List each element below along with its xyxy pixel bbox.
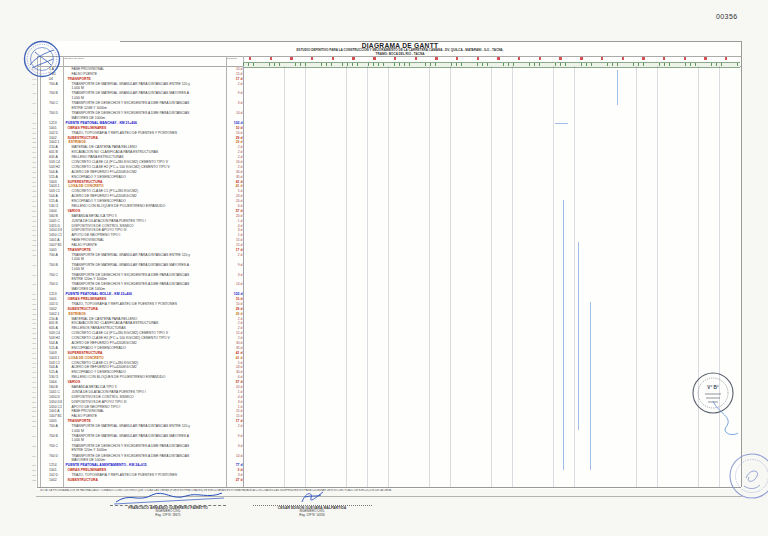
row-number: 146 — [27, 101, 37, 111]
gantt-bar-cell — [244, 111, 740, 121]
task-id-cell: 700 B — [37, 263, 64, 273]
task-duration-cell: 2 d — [227, 253, 244, 263]
gantt-bar-cell — [244, 424, 740, 434]
task-duration-cell: 14 d — [227, 111, 244, 121]
task-id-cell: 700 A — [37, 253, 64, 263]
company-seal-stamp — [21, 38, 63, 80]
task-id-cell: 700 B — [37, 91, 64, 101]
gantt-bar-cell — [244, 253, 740, 263]
row-number: 177 — [27, 273, 37, 283]
task-row: 147700 DTRANSPORTE DE DESECHOS Y EXCEDEN… — [27, 111, 740, 121]
gantt-bar-cell — [244, 444, 740, 454]
row-number: 178 — [27, 282, 37, 292]
task-name-cell: TRANSPORTE DE MATERIAL GRANULAR PARA DIS… — [64, 263, 227, 273]
handwritten-signature-right — [296, 489, 328, 505]
task-id-cell: 700 C — [37, 444, 64, 454]
gantt-bar-cell — [244, 478, 740, 483]
task-id-cell: 700 C — [37, 273, 64, 283]
row-number: 176 — [27, 263, 37, 273]
row-number: 207 — [27, 434, 37, 444]
engineer-registration: Reg. CIP N° 28671 — [102, 514, 234, 518]
signature-block-left: FRANCISCO ARMANDO GUERRERO PAIRETTO INGE… — [102, 506, 234, 518]
task-row: 177700 CTRANSPORTE DE DESECHOS Y EXCEDEN… — [27, 273, 740, 283]
task-duration-cell: 2 d — [227, 82, 244, 92]
task-row: 144700 ATRANSPORTE DE MATERIAL GRANULAR … — [27, 82, 740, 92]
gantt-bar-cell — [244, 273, 740, 283]
task-name-cell: TRANSPORTE DE MATERIAL GRANULAR PARA DIS… — [64, 424, 227, 434]
task-name-cell: TRANSPORTE DE DESECHOS Y EXCEDENTES A DM… — [64, 444, 227, 454]
task-duration-cell: 3 d — [227, 273, 244, 283]
task-duration-cell: 2 d — [227, 424, 244, 434]
gantt-bar-cell — [244, 101, 740, 111]
task-duration-cell: 14 d — [227, 454, 244, 464]
task-duration-cell: 27 d — [227, 478, 244, 483]
task-duration-cell: 3 d — [227, 444, 244, 454]
task-row: 2131002SUBESTRUCTURA27 d — [27, 478, 740, 483]
task-rows: 1411 AFASE PROVISIONAL10 d1421 B1FALSO P… — [27, 67, 740, 483]
task-id-cell: 700 D — [37, 282, 64, 292]
task-id-cell: 700 D — [37, 111, 64, 121]
frame-bottom-line — [37, 487, 741, 488]
column-header-duration: Duración — [227, 58, 243, 61]
task-row: 206700 ATRANSPORTE DE MATERIAL GRANULAR … — [27, 424, 740, 434]
signature-block-right: CESAR EDISON GUEVARA MALPARTIDA INGENIER… — [246, 506, 378, 518]
gantt-bar-cell — [244, 282, 740, 292]
gantt-bar-cell — [244, 91, 740, 101]
vb-approval-stamp: V° B° — [690, 369, 752, 441]
row-number: 175 — [27, 253, 37, 263]
handwritten-signature-left — [112, 490, 230, 506]
task-name-cell: TRANSPORTE DE MATERIAL GRANULAR PARA DIS… — [64, 434, 227, 444]
gantt-bar-cell — [244, 263, 740, 273]
task-id-cell: 700 A — [37, 82, 64, 92]
engineer-registration: Reg. CIP N° 54326 — [246, 514, 378, 518]
task-id-cell: 1002 — [37, 478, 64, 483]
scanned-gantt-page: { "page_number": "00356", "header": { "t… — [0, 0, 768, 536]
vb-stamp-text: V° B° — [707, 385, 718, 390]
task-row: 145700 BTRANSPORTE DE MATERIAL GRANULAR … — [27, 91, 740, 101]
task-name-cell: TRANSPORTE DE MATERIAL GRANULAR PARA DIS… — [64, 91, 227, 101]
task-id-cell: 700 C — [37, 101, 64, 111]
row-number: 145 — [27, 91, 37, 101]
row-number: 209 — [27, 454, 37, 464]
task-id-cell: 700 D — [37, 454, 64, 464]
gantt-bar-cell — [244, 454, 740, 464]
gantt-bar-cell — [244, 434, 740, 444]
task-row: 207700 BTRANSPORTE DE MATERIAL GRANULAR … — [27, 434, 740, 444]
task-name-cell: TRANSPORTE DE MATERIAL GRANULAR PARA DIS… — [64, 253, 227, 263]
task-name-cell: TRANSPORTE DE DESECHOS Y EXCEDENTES A DM… — [64, 282, 227, 292]
task-row: 175700 ATRANSPORTE DE MATERIAL GRANULAR … — [27, 253, 740, 263]
task-row: 146700 CTRANSPORTE DE DESECHOS Y EXCEDEN… — [27, 101, 740, 111]
row-number: 213 — [27, 478, 37, 483]
task-id-cell: 700 B — [37, 434, 64, 444]
title-block: DIAGRAMA DE GANTT ESTUDIO DEFINITIVO PAR… — [120, 42, 680, 57]
column-header-task-name: Nombre de tarea — [64, 58, 164, 61]
task-name-cell: TRANSPORTE DE DESECHOS Y EXCEDENTES A DM… — [64, 273, 227, 283]
task-name-cell: TRANSPORTE DE DESECHOS Y EXCEDENTES A DM… — [64, 454, 227, 464]
task-row: 208700 CTRANSPORTE DE DESECHOS Y EXCEDEN… — [27, 444, 740, 454]
row-number: 208 — [27, 444, 37, 454]
task-duration-cell: 9 d — [227, 434, 244, 444]
task-duration-cell: 14 d — [227, 282, 244, 292]
row-number: 206 — [27, 424, 37, 434]
task-name-cell: TRANSPORTE DE MATERIAL GRANULAR PARA DIS… — [64, 82, 227, 92]
task-duration-cell: 9 d — [227, 91, 244, 101]
gantt-bar-cell — [244, 82, 740, 92]
task-name-cell: SUBESTRUCTURA — [64, 478, 227, 483]
task-duration-cell: 3 d — [227, 101, 244, 111]
corner-seal-stamp — [722, 448, 768, 504]
task-row: 178700 DTRANSPORTE DE DESECHOS Y EXCEDEN… — [27, 282, 740, 292]
row-number: 144 — [27, 82, 37, 92]
task-name-cell: TRANSPORTE DE DESECHOS Y EXCEDENTES A DM… — [64, 111, 227, 121]
task-row: 209700 DTRANSPORTE DE DESECHOS Y EXCEDEN… — [27, 454, 740, 464]
page-number: 00356 — [716, 13, 737, 20]
timeline-month-ticks — [249, 57, 740, 60]
task-id-cell: 700 A — [37, 424, 64, 434]
task-name-cell: TRANSPORTE DE DESECHOS Y EXCEDENTES A DM… — [64, 101, 227, 111]
task-row: 176700 BTRANSPORTE DE MATERIAL GRANULAR … — [27, 263, 740, 273]
task-duration-cell: 9 d — [227, 263, 244, 273]
row-number: 147 — [27, 111, 37, 121]
